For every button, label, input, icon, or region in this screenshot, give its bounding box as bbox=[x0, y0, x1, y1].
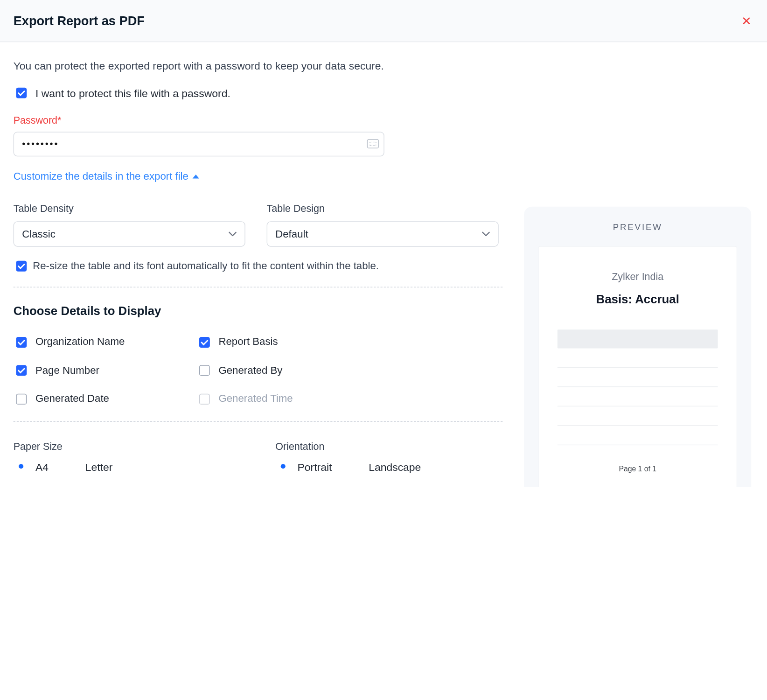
customize-details-label: Customize the details in the export file bbox=[14, 169, 188, 184]
protect-file-row[interactable]: I want to protect this file with a passw… bbox=[14, 85, 503, 101]
preview-pagination: Page 1 of 1 bbox=[558, 464, 718, 475]
detail-report-basis[interactable]: Report Basis bbox=[196, 335, 323, 350]
preview-placeholder-line bbox=[558, 445, 718, 445]
preview-basis: Basis: Accrual bbox=[558, 291, 718, 308]
close-button[interactable]: ✕ bbox=[739, 13, 754, 30]
chevron-down-icon bbox=[482, 231, 490, 237]
table-density-label: Table Density bbox=[14, 201, 245, 216]
divider bbox=[14, 421, 503, 421]
detail-generated-time: Generated Time bbox=[196, 392, 323, 406]
detail-generated-by[interactable]: Generated By bbox=[196, 363, 323, 378]
preview-placeholder-line bbox=[558, 406, 718, 406]
preview-placeholder-block bbox=[558, 330, 718, 349]
orientation-landscape-label: Landscape bbox=[369, 459, 421, 475]
table-density-value: Classic bbox=[22, 226, 56, 241]
details-section-title: Choose Details to Display bbox=[14, 302, 503, 320]
orientation-landscape-radio[interactable] bbox=[350, 462, 361, 473]
detail-generated-time-label: Generated Time bbox=[218, 392, 293, 406]
dialog-header: Export Report as PDF ✕ bbox=[0, 0, 767, 42]
table-design-label: Table Design bbox=[267, 201, 499, 216]
export-report-dialog: Export Report as PDF ✕ You can protect t… bbox=[0, 0, 767, 487]
chevron-up-icon bbox=[192, 175, 199, 179]
preview-org-name: Zylker India bbox=[558, 270, 718, 284]
preview-placeholder-line bbox=[558, 425, 718, 426]
keyboard-icon bbox=[367, 139, 379, 148]
resize-table-row[interactable]: Re-size the table and its font automatic… bbox=[14, 259, 503, 273]
detail-report-basis-checkbox[interactable] bbox=[199, 337, 210, 348]
preview-placeholder-line bbox=[558, 367, 718, 368]
orientation-portrait-label: Portrait bbox=[298, 459, 332, 475]
detail-organization-name-label: Organization Name bbox=[35, 335, 125, 350]
detail-report-basis-label: Report Basis bbox=[218, 335, 278, 350]
resize-table-label: Re-size the table and its font automatic… bbox=[33, 259, 379, 273]
intro-text: You can protect the exported report with… bbox=[14, 58, 503, 73]
detail-generated-date[interactable]: Generated Date bbox=[14, 392, 140, 406]
table-design-value: Default bbox=[275, 226, 308, 241]
paper-size-letter-radio[interactable] bbox=[67, 462, 78, 473]
detail-organization-name[interactable]: Organization Name bbox=[14, 335, 140, 350]
preview-panel: PREVIEW Zylker India Basis: Accrual Page… bbox=[524, 206, 751, 486]
orientation-portrait[interactable]: Portrait bbox=[275, 459, 332, 475]
detail-generated-time-checkbox bbox=[199, 393, 210, 404]
detail-organization-name-checkbox[interactable] bbox=[16, 337, 27, 348]
preview-title: PREVIEW bbox=[539, 221, 737, 234]
orientation-label: Orientation bbox=[275, 439, 502, 454]
customize-details-toggle[interactable]: Customize the details in the export file bbox=[14, 169, 199, 184]
divider bbox=[14, 287, 503, 287]
paper-size-a4[interactable]: A4 bbox=[14, 459, 49, 475]
detail-page-number-label: Page Number bbox=[35, 363, 99, 378]
detail-page-number-checkbox[interactable] bbox=[16, 365, 27, 376]
password-input[interactable] bbox=[14, 132, 384, 156]
detail-generated-by-checkbox[interactable] bbox=[199, 365, 210, 376]
detail-generated-date-label: Generated Date bbox=[35, 392, 109, 406]
paper-size-letter[interactable]: Letter bbox=[63, 459, 112, 475]
detail-generated-date-checkbox[interactable] bbox=[16, 393, 27, 404]
paper-size-a4-label: A4 bbox=[35, 459, 49, 475]
protect-file-checkbox[interactable] bbox=[16, 88, 27, 98]
resize-table-checkbox[interactable] bbox=[16, 261, 27, 272]
chevron-down-icon bbox=[229, 231, 237, 237]
preview-document: Zylker India Basis: Accrual Page 1 of 1 bbox=[539, 247, 737, 486]
paper-size-a4-radio[interactable] bbox=[17, 462, 28, 473]
paper-size-letter-label: Letter bbox=[85, 459, 113, 475]
detail-generated-by-label: Generated By bbox=[218, 363, 282, 378]
password-label: Password* bbox=[14, 113, 503, 127]
table-design-select[interactable]: Default bbox=[267, 221, 499, 246]
detail-page-number[interactable]: Page Number bbox=[14, 363, 140, 378]
orientation-landscape[interactable]: Landscape bbox=[347, 459, 421, 475]
paper-size-label: Paper Size bbox=[14, 439, 254, 454]
close-icon: ✕ bbox=[741, 14, 751, 28]
dialog-title: Export Report as PDF bbox=[14, 12, 145, 30]
protect-file-label: I want to protect this file with a passw… bbox=[35, 85, 230, 101]
preview-placeholder-line bbox=[558, 386, 718, 387]
orientation-portrait-radio[interactable] bbox=[279, 462, 290, 473]
table-density-select[interactable]: Classic bbox=[14, 221, 245, 246]
